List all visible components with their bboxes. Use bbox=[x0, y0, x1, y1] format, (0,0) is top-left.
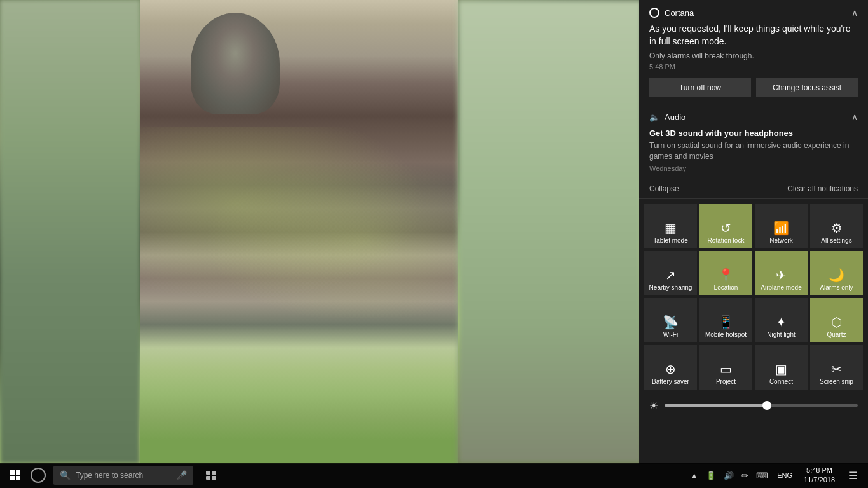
audio-notification: Get 3D sound with your headphones Turn o… bbox=[649, 128, 858, 172]
action-center: Cortana ∧ As you requested, I'll keep th… bbox=[639, 0, 868, 464]
audio-notification-title: Get 3D sound with your headphones bbox=[649, 128, 858, 138]
qa-tile-project[interactable]: ▭Project bbox=[699, 345, 752, 390]
qa-tile-nearby-sharing[interactable]: ↗Nearby sharing bbox=[644, 251, 697, 295]
qa-label-wifi: Wi-Fi bbox=[663, 331, 678, 339]
collapse-button[interactable]: Collapse bbox=[649, 184, 679, 193]
qa-label-battery-saver: Battery saver bbox=[652, 378, 689, 386]
qa-icon-night-light: ✦ bbox=[776, 316, 787, 329]
qa-icon-quartz: ⬡ bbox=[831, 316, 842, 329]
clear-all-button[interactable]: Clear all notifications bbox=[787, 184, 858, 193]
tray-volume[interactable]: 🔊 bbox=[721, 471, 736, 480]
notification-center-button[interactable]: ☰ bbox=[843, 463, 863, 488]
brightness-slider[interactable] bbox=[665, 404, 858, 407]
taskbar-right: ▲ 🔋 🔊 ✏ ⌨ ENG 5:48 PM 11/7/2018 ☰ bbox=[687, 463, 868, 488]
qa-tile-mobile-hotspot[interactable]: 📱Mobile hotspot bbox=[699, 298, 752, 342]
audio-icon: 🔈 bbox=[649, 112, 659, 122]
cortana-app-label: Cortana bbox=[649, 8, 694, 18]
tray-keyboard: ⌨ bbox=[754, 471, 771, 480]
task-view-button[interactable] bbox=[198, 463, 224, 488]
qa-icon-nearby-sharing: ↗ bbox=[665, 269, 676, 281]
clock-area[interactable]: 5:48 PM 11/7/2018 bbox=[799, 466, 840, 485]
windows-logo bbox=[10, 470, 20, 480]
audio-content: Get 3D sound with your headphones Turn o… bbox=[649, 128, 858, 172]
tray-language[interactable]: ENG bbox=[773, 471, 796, 479]
tray-chevron[interactable]: ▲ bbox=[687, 471, 701, 480]
audio-notification-desc: Turn on spatial sound for an immersive a… bbox=[649, 140, 858, 162]
brightness-fill bbox=[665, 404, 771, 407]
qa-label-connect: Connect bbox=[769, 378, 793, 386]
qa-label-mobile-hotspot: Mobile hotspot bbox=[705, 331, 747, 339]
win-square-tl bbox=[10, 470, 15, 475]
cortana-notification-time: 5:48 PM bbox=[649, 63, 858, 71]
qa-label-nearby-sharing: Nearby sharing bbox=[649, 284, 692, 292]
qa-label-screen-snip: Screen snip bbox=[820, 378, 853, 386]
taskbar-left: 🔍 Type here to search 🎤 bbox=[0, 463, 687, 488]
qa-tile-wifi[interactable]: 📡Wi-Fi bbox=[644, 298, 697, 342]
qa-tile-night-light[interactable]: ✦Night light bbox=[755, 298, 808, 342]
qa-label-network: Network bbox=[769, 237, 793, 245]
change-focus-assist-button[interactable]: Change focus assist bbox=[756, 78, 858, 97]
clock-date: 11/7/2018 bbox=[804, 475, 835, 485]
cortana-notification-title: As you requested, I'll keep things quiet… bbox=[649, 23, 858, 48]
qa-tile-rotation-lock[interactable]: ↺Rotation lock bbox=[699, 204, 752, 248]
qa-tile-connect[interactable]: ▣Connect bbox=[755, 345, 808, 390]
brightness-icon: ☀ bbox=[649, 400, 658, 412]
audio-section-header: 🔈 Audio ∧ bbox=[649, 112, 858, 122]
tray-battery: 🔋 bbox=[703, 471, 719, 480]
qa-label-project: Project bbox=[716, 378, 736, 386]
quick-actions-grid: ▦Tablet mode↺Rotation lock📶Network⚙All s… bbox=[639, 199, 868, 395]
svg-rect-3 bbox=[212, 476, 216, 480]
microphone-icon[interactable]: 🎤 bbox=[176, 470, 187, 480]
qa-label-airplane-mode: Airplane mode bbox=[761, 284, 801, 292]
audio-collapse-chevron[interactable]: ∧ bbox=[851, 112, 858, 122]
qa-tile-screen-snip[interactable]: ✂Screen snip bbox=[810, 345, 863, 390]
qa-icon-tablet-mode: ▦ bbox=[665, 222, 677, 234]
win-square-tr bbox=[16, 470, 20, 475]
search-placeholder: Type here to search bbox=[76, 471, 143, 480]
brightness-row: ☀ bbox=[639, 395, 868, 417]
qa-icon-rotation-lock: ↺ bbox=[720, 222, 731, 234]
qa-tile-quartz[interactable]: ⬡Quartz bbox=[810, 298, 863, 342]
qa-label-all-settings: All settings bbox=[821, 237, 851, 245]
qa-tile-network[interactable]: 📶Network bbox=[755, 204, 808, 248]
qa-icon-all-settings: ⚙ bbox=[831, 222, 843, 234]
qa-tile-alarms-only[interactable]: 🌙Alarms only bbox=[810, 251, 863, 295]
audio-section: 🔈 Audio ∧ Get 3D sound with your headpho… bbox=[639, 105, 868, 179]
qa-label-tablet-mode: Tablet mode bbox=[653, 237, 687, 245]
svg-rect-2 bbox=[206, 476, 210, 480]
wallpaper bbox=[0, 0, 642, 464]
qa-icon-mobile-hotspot: 📱 bbox=[718, 316, 734, 329]
cortana-taskbar-icon[interactable] bbox=[31, 468, 46, 483]
cortana-notification-actions: Turn off now Change focus assist bbox=[649, 78, 858, 97]
notification-header: Cortana ∧ bbox=[649, 8, 858, 18]
cortana-icon bbox=[649, 8, 659, 18]
qa-tile-all-settings[interactable]: ⚙All settings bbox=[810, 204, 863, 248]
qa-label-location: Location bbox=[714, 284, 738, 292]
qa-icon-network: 📶 bbox=[773, 222, 789, 234]
svg-rect-1 bbox=[212, 471, 216, 475]
qa-tile-location[interactable]: 📍Location bbox=[699, 251, 752, 295]
qa-icon-wifi: 📡 bbox=[663, 316, 679, 329]
search-bar[interactable]: 🔍 Type here to search 🎤 bbox=[53, 466, 193, 485]
svg-rect-0 bbox=[206, 471, 210, 475]
start-button[interactable] bbox=[0, 463, 31, 488]
qa-icon-battery-saver: ⊕ bbox=[665, 363, 676, 376]
qa-tile-battery-saver[interactable]: ⊕Battery saver bbox=[644, 345, 697, 390]
fence-top bbox=[191, 13, 280, 114]
cortana-notification-subtitle: Only alarms will break through. bbox=[649, 51, 858, 60]
cortana-collapse-chevron[interactable]: ∧ bbox=[851, 8, 858, 18]
cortana-app-name: Cortana bbox=[665, 8, 694, 18]
taskbar: 🔍 Type here to search 🎤 ▲ 🔋 🔊 ✏ ⌨ ENG 5:… bbox=[0, 463, 868, 488]
win-square-br bbox=[16, 476, 20, 480]
action-center-controls: Collapse Clear all notifications bbox=[639, 179, 868, 199]
qa-tile-airplane-mode[interactable]: ✈Airplane mode bbox=[755, 251, 808, 295]
clock-time: 5:48 PM bbox=[806, 466, 832, 475]
search-icon: 🔍 bbox=[60, 470, 71, 480]
wallpaper-right bbox=[458, 0, 642, 464]
qa-tile-tablet-mode[interactable]: ▦Tablet mode bbox=[644, 204, 697, 248]
audio-section-title: Audio bbox=[665, 112, 685, 122]
wallpaper-left bbox=[0, 0, 140, 464]
brightness-thumb[interactable] bbox=[762, 401, 771, 410]
qa-icon-airplane-mode: ✈ bbox=[776, 269, 787, 281]
turn-off-now-button[interactable]: Turn off now bbox=[649, 78, 751, 97]
